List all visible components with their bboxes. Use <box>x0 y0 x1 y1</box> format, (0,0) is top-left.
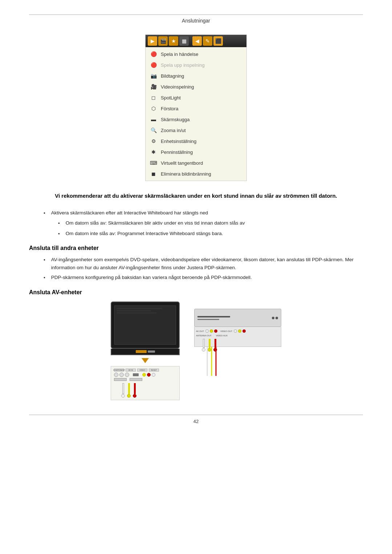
menu-item-0[interactable]: 🔴 Spela in händelse <box>146 49 246 59</box>
menu-icon-8: ⚙ <box>150 138 157 145</box>
menu-toolbar: ▶ 🎬 ★ ▦ ◀ ✎ ⬛ <box>146 35 246 47</box>
tv-device: COMPONENT AV-IN VIDEO RESET <box>111 301 180 400</box>
page-header: Anslutningar <box>29 18 363 24</box>
menu-icon-11: ◼ <box>150 170 157 177</box>
bottom-box-row-3 <box>114 378 176 381</box>
menu-item-6[interactable]: ▬ Skärmskugga <box>146 114 246 125</box>
tv-base-area <box>111 349 180 355</box>
small-rect-1: COMPONENT <box>114 369 124 372</box>
tv-body <box>111 301 180 349</box>
diagram-container: COMPONENT AV-IN VIDEO RESET <box>111 301 281 400</box>
page-number: 42 <box>29 419 363 424</box>
arrow-down <box>142 358 149 363</box>
menu-item-5[interactable]: ⬡ Förstora <box>146 103 246 114</box>
dvd-ports-box: AV OUT VIDEO OUT <box>194 327 281 347</box>
sub-bullet-text-0: Om datorn slås av: Skärmsläckaren blir a… <box>66 219 245 227</box>
menu-icon-1: 🔴 <box>150 61 157 69</box>
toolbar-icon-5[interactable]: ◀ <box>192 36 202 46</box>
small-rect-3: VIDEO <box>137 369 147 372</box>
av-diagram: COMPONENT AV-IN VIDEO RESET <box>29 301 363 400</box>
menu-item-10[interactable]: ⌨ Virtuellt tangentbord <box>146 157 246 168</box>
menu-icon-3: 🎥 <box>150 83 157 90</box>
menu-item-4[interactable]: ◻ SpotLight <box>146 92 246 103</box>
menu-icon-5: ⬡ <box>150 105 157 112</box>
section1-bullet-1: PDP-skärmens konfigurering på baksidan k… <box>44 274 363 282</box>
menu-item-3[interactable]: 🎥 Videoinspelning <box>146 81 246 92</box>
bullet-item-0: Aktivera skärmsläckaren efter att Intera… <box>44 209 363 217</box>
menu-icon-0: 🔴 <box>150 50 157 58</box>
section1-bullet-0: AV-ingångsenheter som exempelvis DVD-spe… <box>44 256 363 271</box>
menu-icon-2: 📷 <box>150 72 157 79</box>
bullet-text-0: Aktivera skärmsläckaren efter att Intera… <box>51 209 208 217</box>
toolbar-icon-4[interactable]: ▦ <box>179 36 189 46</box>
bottom-box-row-2 <box>114 373 176 377</box>
menu-item-1: 🔴 Spela upp inspelning <box>146 59 246 70</box>
connection-svg <box>194 347 281 376</box>
section1-bullet-text-0: AV-ingångsenheter som exempelvis DVD-spe… <box>51 256 363 271</box>
sub-bullet-0: Om datorn slås av: Skärmsläckaren blir a… <box>58 219 363 227</box>
menu-icon-10: ⌨ <box>150 159 157 167</box>
menu-item-7[interactable]: 🔍 Zooma in/ut <box>146 125 246 136</box>
section1-bullet-text-1: PDP-skärmens konfigurering på baksidan k… <box>51 274 252 282</box>
menu-item-11[interactable]: ◼ Eliminera bildinbränning <box>146 168 246 179</box>
bottom-box: COMPONENT AV-IN VIDEO RESET <box>111 366 180 400</box>
small-rect-2: AV-IN <box>126 369 136 372</box>
warning-section: Vi rekommenderar att du aktiverar skärms… <box>29 192 363 200</box>
menu-list: 🔴 Spela in händelse 🔴 Spela upp inspelni… <box>146 47 246 181</box>
dvd-front <box>195 309 281 327</box>
menu-item-8[interactable]: ⚙ Enhetsinställning <box>146 136 246 147</box>
menu-icon-9: ✱ <box>150 148 157 156</box>
dvd-device: AV OUT VIDEO OUT <box>194 309 281 376</box>
section2-heading: Ansluta AV-enheter <box>29 289 363 296</box>
sub-bullet-text-1: Om datorn inte slås av: Programmet Inter… <box>66 230 223 238</box>
menu-widget: ▶ 🎬 ★ ▦ ◀ ✎ ⬛ 🔴 Spela in händelse 🔴 Spel… <box>145 34 247 181</box>
dvd-body <box>194 309 281 327</box>
bottom-rule <box>29 415 363 415</box>
sub-bullets: Om datorn slås av: Skärmsläckaren blir a… <box>58 219 363 238</box>
section1-content: AV-ingångsenheter som exempelvis DVD-spe… <box>44 256 363 282</box>
menu-item-9[interactable]: ✱ Penninställning <box>146 147 246 157</box>
tv-screen <box>114 305 176 345</box>
menu-icon-4: ◻ <box>150 94 157 101</box>
sub-bullet-1: Om datorn inte slås av: Programmet Inter… <box>58 230 363 238</box>
toolbar-icon-6[interactable]: ✎ <box>203 36 212 46</box>
bottom-box-row-1: COMPONENT AV-IN VIDEO RESET <box>114 369 176 372</box>
toolbar-icon-1[interactable]: ▶ <box>148 36 157 46</box>
toolbar-icon-7[interactable]: ⬛ <box>213 36 223 46</box>
toolbar-icon-3[interactable]: ★ <box>169 36 178 46</box>
menu-item-2[interactable]: 📷 Bildtagning <box>146 70 246 81</box>
toolbar-icon-2[interactable]: 🎬 <box>158 36 168 46</box>
section1-heading: Ansluta till andra enheter <box>29 245 363 251</box>
menu-icon-7: 🔍 <box>150 127 157 134</box>
bullets-section: Aktivera skärmsläckaren efter att Intera… <box>44 209 363 238</box>
top-section: ▶ 🎬 ★ ▦ ◀ ✎ ⬛ 🔴 Spela in händelse 🔴 Spel… <box>29 34 363 181</box>
top-rule <box>29 15 363 15</box>
small-rect-4: RESET <box>149 369 159 372</box>
warning-text: Vi rekommenderar att du aktiverar skärms… <box>29 192 363 200</box>
menu-icon-6: ▬ <box>150 116 157 123</box>
